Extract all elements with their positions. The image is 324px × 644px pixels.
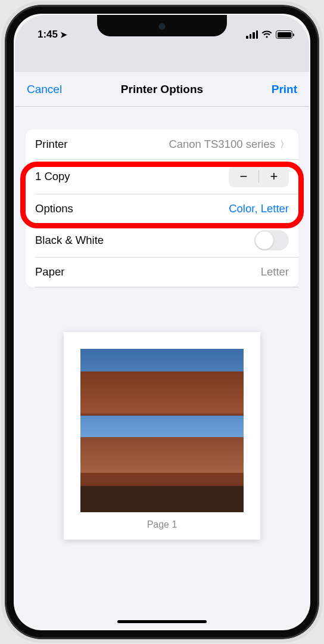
row-label: Printer [35, 138, 68, 151]
content-area: Printer Canon TS3100 series 〉 1 Copy − + [15, 107, 309, 540]
stepper-plus-button[interactable]: + [259, 166, 289, 187]
stepper-minus-button[interactable]: − [229, 166, 258, 187]
battery-icon [276, 30, 292, 39]
printer-row[interactable]: Printer Canon TS3100 series 〉 [26, 129, 298, 159]
settings-card: Printer Canon TS3100 series 〉 1 Copy − + [26, 129, 298, 287]
copies-stepper: − + [229, 166, 289, 187]
options-row[interactable]: Options Color, Letter [26, 194, 298, 224]
page-title: Printer Options [121, 83, 203, 96]
paper-row[interactable]: Paper Letter [26, 257, 298, 287]
page-label: Page 1 [80, 519, 244, 530]
phone-frame: 1:45 ➤ Cancel Printer Options Print [1, 1, 323, 643]
home-indicator[interactable] [117, 620, 207, 624]
black-white-toggle[interactable] [254, 230, 289, 250]
row-value: Letter [261, 265, 289, 278]
row-label: 1 Copy [35, 170, 70, 183]
background-app [15, 46, 309, 72]
location-icon: ➤ [60, 30, 67, 39]
status-time: 1:45 [38, 29, 58, 41]
phone-screen: 1:45 ➤ Cancel Printer Options Print [15, 15, 309, 629]
cellular-icon [246, 30, 258, 39]
black-white-row: Black & White [26, 224, 298, 257]
row-label: Options [35, 202, 73, 215]
row-label: Black & White [35, 234, 104, 247]
copies-row: 1 Copy − + [26, 159, 298, 194]
nav-bar: Cancel Printer Options Print [15, 72, 309, 107]
row-label: Paper [35, 265, 64, 278]
preview-image [80, 349, 244, 512]
row-value: Color, Letter [229, 202, 289, 215]
print-modal: Cancel Printer Options Print Printer Can… [15, 72, 309, 629]
chevron-right-icon: 〉 [280, 139, 289, 150]
print-button[interactable]: Print [256, 83, 297, 96]
row-value: Canon TS3100 series 〉 [169, 138, 289, 151]
status-right [246, 30, 292, 39]
page-preview[interactable]: Page 1 [64, 332, 260, 540]
notch [97, 15, 227, 36]
cancel-button[interactable]: Cancel [27, 83, 68, 96]
status-left: 1:45 ➤ [32, 29, 67, 41]
wifi-icon [261, 30, 272, 39]
preview-area: Page 1 [26, 332, 298, 540]
